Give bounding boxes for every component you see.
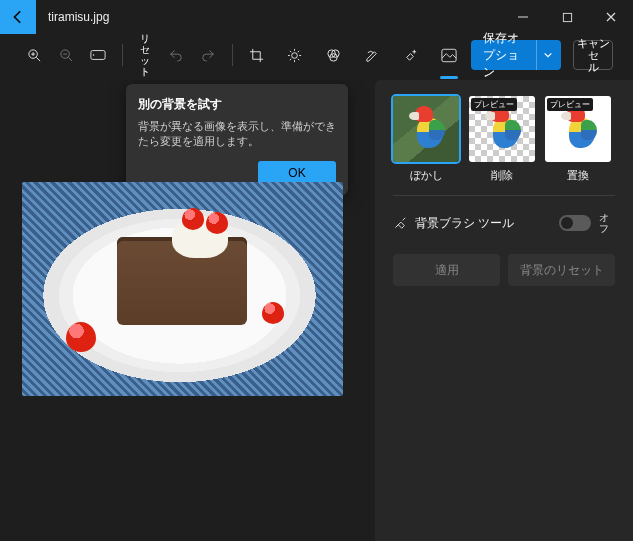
save-dropdown[interactable] — [536, 40, 553, 70]
divider — [232, 44, 233, 66]
toggle-state-label: オフ — [599, 212, 615, 234]
reset-button[interactable]: リセ ット — [133, 40, 158, 70]
bg-option-remove[interactable]: プレビュー 削除 — [469, 96, 535, 183]
arrow-left-icon — [11, 10, 25, 24]
zoom-in-icon — [27, 48, 42, 63]
zoom-out-icon — [59, 48, 74, 63]
hint-popover: 別の背景を試す 背景が異なる画像を表示し、準備ができたら変更を適用します。 OK — [126, 84, 348, 195]
bg-option-replace[interactable]: プレビュー 置換 — [545, 96, 611, 183]
maximize-button[interactable] — [545, 0, 589, 34]
adjust-button[interactable] — [281, 41, 309, 69]
app-window: tiramisu.jpg リセ ット — [0, 0, 633, 541]
divider — [393, 195, 615, 196]
bg-option-label: 置換 — [567, 168, 589, 183]
titlebar: tiramisu.jpg — [0, 0, 633, 34]
brush-tool-row: 背景ブラシ ツール オフ — [393, 208, 615, 238]
background-icon — [441, 48, 457, 63]
erase-button[interactable] — [397, 41, 425, 69]
apply-button[interactable]: 適用 — [393, 254, 500, 286]
bg-option-blur[interactable]: ぼかし — [393, 96, 459, 183]
undo-button[interactable] — [162, 41, 190, 69]
background-options: ぼかし プレビュー 削除 — [393, 96, 615, 183]
crop-button[interactable] — [242, 41, 270, 69]
close-icon — [605, 11, 617, 23]
toolbar: リセ ット 保存オプシ — [0, 34, 633, 80]
close-button[interactable] — [589, 0, 633, 34]
brush-tool-label: 背景ブラシ ツール — [415, 215, 551, 232]
popover-body: 背景が異なる画像を表示し、準備ができたら変更を適用します。 — [138, 119, 336, 149]
sparkle-erase-icon — [403, 48, 418, 63]
bg-option-label: 削除 — [491, 168, 513, 183]
crop-icon — [249, 48, 264, 63]
background-panel: ぼかし プレビュー 削除 — [375, 80, 633, 541]
strawberry-illustration — [262, 302, 284, 324]
svg-point-5 — [292, 52, 298, 58]
chevron-down-icon — [543, 50, 553, 60]
save-label: 保存オプション — [483, 30, 530, 81]
strawberry-illustration — [206, 212, 228, 234]
canvas-area: 別の背景を試す 背景が異なる画像を表示し、準備ができたら変更を適用します。 OK — [0, 80, 375, 541]
bg-thumb-remove: プレビュー — [469, 96, 535, 162]
brightness-icon — [287, 48, 302, 63]
filter-button[interactable] — [320, 41, 348, 69]
brush-icon — [393, 216, 407, 230]
zoom-in-button[interactable] — [20, 41, 48, 69]
filter-icon — [326, 48, 341, 63]
strawberry-illustration — [66, 322, 96, 352]
pen-icon — [365, 48, 380, 63]
maximize-icon — [562, 12, 573, 23]
save-options-button[interactable]: 保存オプション — [471, 40, 561, 70]
content-area: 別の背景を試す 背景が異なる画像を表示し、準備ができたら変更を適用します。 OK — [0, 80, 633, 541]
svg-point-4 — [93, 54, 94, 55]
svg-rect-0 — [563, 13, 571, 21]
active-tool-indicator — [440, 76, 458, 79]
redo-button[interactable] — [194, 41, 222, 69]
bg-option-label: ぼかし — [410, 168, 443, 183]
back-button[interactable] — [0, 0, 36, 34]
preview-tag: プレビュー — [547, 98, 593, 111]
preview-tag: プレビュー — [471, 98, 517, 111]
cancel-button[interactable]: キャンセ ル — [573, 40, 613, 70]
bg-thumb-blur — [393, 96, 459, 162]
zoom-out-button[interactable] — [52, 41, 80, 69]
canvas-image[interactable] — [22, 182, 343, 396]
zoom-fit-button[interactable] — [84, 41, 112, 69]
popover-title: 別の背景を試す — [138, 96, 336, 113]
strawberry-illustration — [182, 208, 204, 230]
background-button[interactable] — [435, 41, 463, 69]
minimize-icon — [517, 11, 529, 23]
divider — [122, 44, 123, 66]
panel-actions: 適用 背景のリセット — [393, 254, 615, 286]
undo-icon — [169, 48, 183, 62]
filename-label: tiramisu.jpg — [36, 10, 501, 24]
redo-icon — [201, 48, 215, 62]
markup-button[interactable] — [358, 41, 386, 69]
reset-background-button[interactable]: 背景のリセット — [508, 254, 615, 286]
fit-icon — [90, 49, 106, 61]
bg-thumb-replace: プレビュー — [545, 96, 611, 162]
brush-toggle[interactable] — [559, 215, 591, 231]
